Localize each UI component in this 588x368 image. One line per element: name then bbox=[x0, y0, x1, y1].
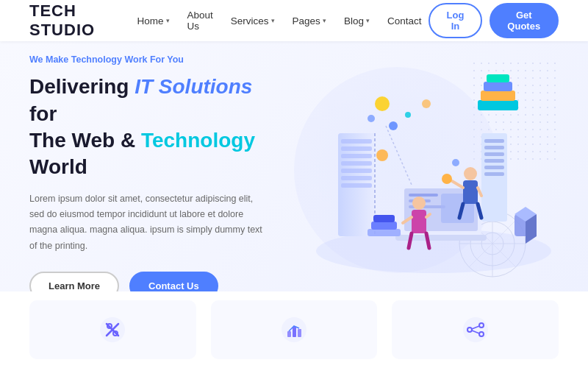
hero-actions: Learn More Contact Us bbox=[29, 272, 265, 291]
hero-tagline: We Make Technology Work For You bbox=[29, 54, 265, 65]
svg-rect-25 bbox=[481, 91, 515, 101]
svg-line-59 bbox=[386, 126, 412, 185]
svg-point-55 bbox=[422, 99, 431, 108]
chevron-down-icon: ▾ bbox=[366, 17, 370, 24]
svg-point-54 bbox=[405, 112, 411, 118]
svg-rect-10 bbox=[341, 139, 372, 144]
svg-rect-27 bbox=[487, 74, 509, 82]
svg-rect-62 bbox=[373, 215, 395, 222]
svg-rect-71 bbox=[298, 329, 301, 337]
svg-point-56 bbox=[452, 159, 459, 166]
svg-point-57 bbox=[375, 96, 390, 111]
chevron-down-icon: ▾ bbox=[166, 17, 170, 24]
card-design bbox=[29, 300, 196, 359]
svg-point-52 bbox=[389, 121, 398, 130]
learn-more-button[interactable]: Learn More bbox=[29, 272, 119, 291]
svg-rect-35 bbox=[484, 159, 504, 163]
svg-rect-34 bbox=[484, 152, 504, 156]
chevron-down-icon: ▾ bbox=[323, 17, 326, 24]
hero-section: We Make Technology Work For You Deliveri… bbox=[0, 41, 588, 291]
hero-title-part2: for bbox=[29, 102, 57, 125]
hero-title-highlight1: IT Solutions bbox=[135, 75, 252, 98]
nav-item-pages[interactable]: Pages ▾ bbox=[285, 11, 334, 31]
svg-rect-60 bbox=[368, 229, 401, 236]
chart-icon bbox=[281, 316, 307, 343]
svg-point-41 bbox=[442, 174, 452, 184]
svg-rect-26 bbox=[484, 82, 512, 91]
nav-item-contact[interactable]: Contact bbox=[380, 11, 429, 31]
logo: TECH STUDIO bbox=[29, 1, 130, 40]
main-nav: Home ▾ About Us Services ▾ Pages ▾ Blog … bbox=[130, 5, 429, 36]
hero-title-part1: Delivering bbox=[29, 75, 135, 98]
nav-item-services[interactable]: Services ▾ bbox=[223, 11, 282, 31]
login-button[interactable]: Log In bbox=[429, 3, 481, 38]
tools-icon bbox=[99, 316, 126, 343]
svg-point-45 bbox=[412, 197, 426, 210]
svg-rect-36 bbox=[484, 166, 504, 169]
svg-point-53 bbox=[368, 115, 375, 122]
card-share bbox=[392, 300, 559, 359]
hero-content: We Make Technology Work For You Deliveri… bbox=[29, 54, 265, 291]
header-buttons: Log In Get Quotes bbox=[429, 3, 559, 38]
card-analytics bbox=[211, 300, 378, 359]
share-icon bbox=[462, 316, 489, 343]
chevron-down-icon: ▾ bbox=[271, 17, 275, 24]
svg-rect-11 bbox=[341, 146, 372, 151]
hero-title-line2-part2: World bbox=[29, 155, 87, 178]
hero-title-highlight2: Technology bbox=[141, 129, 255, 152]
svg-rect-46 bbox=[412, 210, 426, 233]
svg-rect-14 bbox=[341, 169, 372, 173]
svg-rect-12 bbox=[341, 154, 372, 158]
svg-rect-13 bbox=[341, 161, 372, 166]
svg-rect-61 bbox=[371, 222, 397, 230]
hero-illustration bbox=[265, 60, 559, 291]
svg-rect-16 bbox=[341, 183, 372, 188]
svg-rect-19 bbox=[409, 194, 438, 197]
nav-item-home[interactable]: Home ▾ bbox=[130, 11, 177, 31]
hero-description: Lorem ipsum dolor sit amet, consectetur … bbox=[29, 191, 265, 254]
header: TECH STUDIO Home ▾ About Us Services ▾ P… bbox=[0, 0, 588, 41]
iso-illustration bbox=[265, 60, 559, 291]
bottom-cards-section bbox=[0, 291, 588, 368]
svg-rect-15 bbox=[341, 176, 372, 180]
svg-rect-33 bbox=[484, 146, 504, 149]
svg-rect-32 bbox=[484, 139, 504, 143]
svg-point-51 bbox=[376, 149, 388, 161]
hero-title-line2-part1: The Web & bbox=[29, 129, 141, 152]
contact-us-button[interactable]: Contact Us bbox=[129, 272, 218, 291]
get-quotes-button[interactable]: Get Quotes bbox=[490, 3, 559, 38]
nav-item-about[interactable]: About Us bbox=[180, 5, 220, 36]
svg-rect-70 bbox=[293, 327, 296, 337]
svg-rect-39 bbox=[463, 180, 478, 204]
svg-rect-69 bbox=[287, 331, 291, 337]
nav-item-blog[interactable]: Blog ▾ bbox=[337, 11, 377, 31]
svg-rect-37 bbox=[484, 172, 504, 176]
hero-title: Delivering IT Solutions for The Web & Te… bbox=[29, 74, 265, 181]
svg-rect-24 bbox=[478, 100, 518, 110]
svg-point-38 bbox=[464, 167, 477, 180]
